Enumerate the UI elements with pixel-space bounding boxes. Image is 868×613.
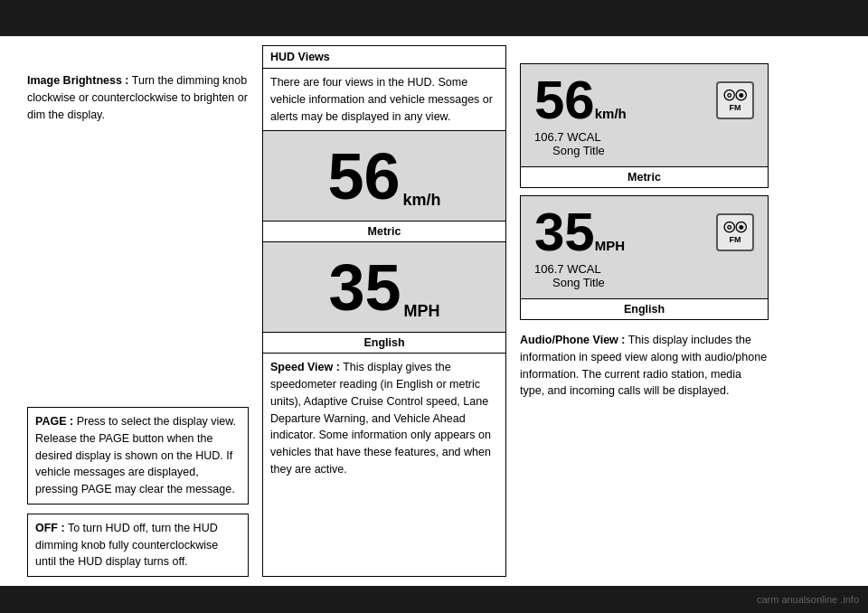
hud-english-label: English <box>263 333 505 354</box>
right-english-song: Song Title <box>552 276 605 289</box>
hud-metric-display: 56 km/h <box>263 131 505 222</box>
page-container: Image Brightness : Turn the dimming knob… <box>0 0 868 613</box>
right-english-radio-station: 106.7 WCAL <box>534 262 601 276</box>
top-bar <box>0 0 868 36</box>
off-label: OFF : <box>35 522 65 534</box>
right-metric-label: Metric <box>521 166 768 187</box>
audio-phone-text: Audio/Phone View : This display includes… <box>520 332 769 400</box>
right-hud-metric-display: 56km/h ⦾⦿ FM 106.7 WCAL Song Title <box>521 64 768 166</box>
right-english-speed-group: 35MPH <box>534 205 625 259</box>
right-column: 56km/h ⦾⦿ FM 106.7 WCAL Song Title Metri… <box>520 45 769 577</box>
hud-english-speed: 35 <box>328 255 401 320</box>
fm-waves-icon-2: ⦾⦿ <box>723 221 747 235</box>
right-english-unit: MPH <box>595 238 625 253</box>
speed-view-text: Speed View : This display gives the spee… <box>263 354 505 483</box>
right-metric-speed-group: 56km/h <box>534 73 627 127</box>
fm-icon-2: ⦾⦿ FM <box>716 213 754 251</box>
audio-phone-label: Audio/Phone View : <box>520 334 625 346</box>
page-block: PAGE : Press to select the display view.… <box>27 407 249 505</box>
image-brightness-label: Image Brightness : <box>27 74 129 87</box>
fm-waves-icon-1: ⦾⦿ <box>723 89 747 103</box>
speed-view-label: Speed View : <box>270 361 340 373</box>
right-metric-speed: 56 <box>534 70 595 130</box>
hud-intro-text: There are four views in the HUD. Some ve… <box>263 69 505 131</box>
speed-view-body: This display gives the speedometer readi… <box>270 361 491 476</box>
right-metric-radio-station: 106.7 WCAL <box>534 130 601 144</box>
hud-views-header: HUD Views <box>263 46 505 69</box>
mid-column: HUD Views There are four views in the HU… <box>262 45 506 577</box>
right-metric-song: Song Title <box>552 144 605 157</box>
right-hud-english-top: 35MPH ⦾⦿ FM <box>534 205 754 259</box>
image-brightness-text: Image Brightness : Turn the dimming knob… <box>27 72 249 123</box>
content-area: Image Brightness : Turn the dimming knob… <box>0 36 868 586</box>
left-column: Image Brightness : Turn the dimming knob… <box>27 45 249 577</box>
right-hud-english-box: 35MPH ⦾⦿ FM 106.7 WCAL Song Title Englis… <box>520 195 769 320</box>
right-hud-metric-top: 56km/h ⦾⦿ FM <box>534 73 754 127</box>
hud-metric-label: Metric <box>263 222 505 242</box>
bottom-bar: carm anualsonline .info <box>0 586 868 613</box>
right-english-label: English <box>521 298 768 319</box>
watermark-text: carm anualsonline .info <box>757 594 859 605</box>
right-english-speed: 35 <box>534 202 595 262</box>
fm-icon-1: ⦾⦿ FM <box>716 81 754 119</box>
hud-english-unit: MPH <box>404 302 440 321</box>
fm-text-1: FM <box>730 103 741 112</box>
off-block: OFF : To turn HUD off, turn the HUD dimm… <box>27 514 249 577</box>
right-metric-radio: 106.7 WCAL Song Title <box>534 130 754 157</box>
hud-metric-speed: 56 <box>327 144 400 209</box>
page-label: PAGE : <box>35 415 73 428</box>
right-english-radio: 106.7 WCAL Song Title <box>534 262 754 289</box>
right-hud-metric-box: 56km/h ⦾⦿ FM 106.7 WCAL Song Title Metri… <box>520 63 769 188</box>
hud-metric-unit: km/h <box>403 191 441 210</box>
right-metric-unit: km/h <box>595 106 627 121</box>
hud-english-display: 35 MPH <box>263 242 505 333</box>
fm-text-2: FM <box>730 235 741 244</box>
right-hud-english-display: 35MPH ⦾⦿ FM 106.7 WCAL Song Title <box>521 196 768 298</box>
